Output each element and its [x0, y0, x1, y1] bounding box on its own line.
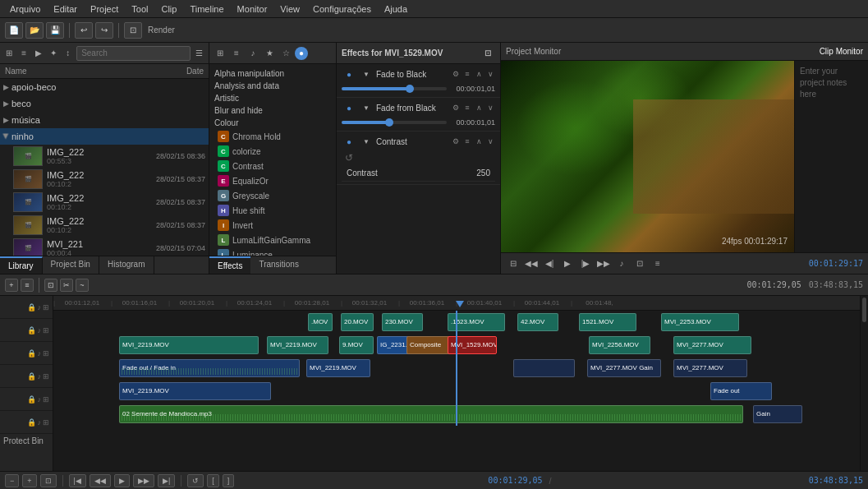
- menu-project[interactable]: Project: [84, 0, 125, 17]
- settings-icon[interactable]: ⚙: [451, 103, 461, 113]
- menu-ajuda[interactable]: Ajuda: [378, 0, 414, 17]
- slider-thumb[interactable]: [406, 85, 414, 93]
- open-button[interactable]: 📂: [25, 22, 44, 39]
- effect-item-invert[interactable]: I Invert: [214, 218, 331, 233]
- clip[interactable]: MVI_2219.MOV: [267, 336, 328, 354]
- list-item[interactable]: ▶ música: [0, 112, 209, 128]
- clip[interactable]: MVI_2219.MOV: [306, 359, 370, 377]
- play-btn[interactable]: ▶: [560, 256, 575, 271]
- contrast-enable[interactable]: ●: [342, 134, 356, 149]
- clip[interactable]: Gain: [753, 405, 802, 423]
- effects-list-btn[interactable]: ≡: [229, 46, 244, 61]
- clip[interactable]: Fade out / Fade in: [119, 359, 300, 377]
- list-item[interactable]: 🎬 IMG_222 00:10:2 28/02/15 08:37: [0, 191, 209, 214]
- settings-icon[interactable]: ⚙: [451, 136, 461, 146]
- list-icon[interactable]: ≡: [462, 103, 472, 113]
- search-input[interactable]: [76, 46, 191, 61]
- menu-configuracoes[interactable]: Configurações: [306, 0, 378, 17]
- add-track-btn[interactable]: +: [5, 279, 18, 292]
- lock-icon[interactable]: 🔒: [27, 349, 36, 358]
- mark-in-btn[interactable]: [: [207, 474, 219, 487]
- fade-from-black-slider[interactable]: 00:00:01,01: [342, 117, 495, 128]
- effect-item-hueshift[interactable]: H Hue shift: [214, 203, 331, 218]
- up-icon[interactable]: ∧: [474, 103, 484, 113]
- clip[interactable]: [513, 359, 575, 377]
- settings-icon[interactable]: ⚙: [451, 69, 461, 79]
- razor-btn[interactable]: ✂: [60, 279, 73, 292]
- effect-settings-expand[interactable]: ⊡: [480, 46, 495, 61]
- fade-to-black-enable[interactable]: ●: [342, 67, 356, 81]
- clip[interactable]: Fade out: [710, 382, 772, 400]
- filter-button[interactable]: ✦: [47, 46, 59, 61]
- effect-item-equalizor[interactable]: E EqualizOr: [214, 173, 331, 188]
- effects-filter-btn[interactable]: ●: [295, 47, 308, 60]
- effects-star2-btn[interactable]: ☆: [278, 46, 293, 61]
- clip[interactable]: MVI_2277.MOV: [673, 336, 751, 354]
- clip[interactable]: 1521.MOV: [579, 313, 636, 331]
- effect-item-greyscale[interactable]: G Greyscale: [214, 188, 331, 203]
- zoom-out-btn[interactable]: −: [5, 474, 19, 487]
- list-item[interactable]: 🎬 IMG_222 00:55:3 28/02/15 08:36: [0, 145, 209, 168]
- track-eye-icon[interactable]: ⊞: [43, 303, 49, 311]
- lock-icon[interactable]: 🔒: [27, 395, 36, 404]
- next-clip-btn[interactable]: ▶|: [158, 474, 175, 487]
- mute-icon[interactable]: ♪: [38, 349, 42, 358]
- list-icon[interactable]: ≡: [462, 136, 472, 146]
- step-fwd-btn[interactable]: |▶: [578, 256, 593, 271]
- expand-arrow[interactable]: ▼: [359, 134, 374, 149]
- zoom-out-btn[interactable]: ⊟: [506, 256, 521, 271]
- tab-project-bin[interactable]: Project Bin: [43, 256, 99, 274]
- fullscreen-btn[interactable]: ⊡: [632, 256, 647, 271]
- preview-button[interactable]: ▶: [33, 46, 45, 61]
- lock-icon[interactable]: 🔒: [27, 303, 36, 311]
- effects-star-btn[interactable]: ★: [262, 46, 277, 61]
- fade-to-black-slider[interactable]: 00:00:01,01: [342, 83, 495, 95]
- clip[interactable]: MVI_2219.MOV: [119, 336, 259, 354]
- lock-icon[interactable]: 🔒: [27, 418, 36, 427]
- down-icon[interactable]: ∨: [485, 136, 495, 146]
- menu-editar[interactable]: Editar: [47, 0, 84, 17]
- mute-icon[interactable]: ♪: [38, 372, 42, 381]
- effect-category-analysis[interactable]: Analysis and data: [214, 80, 331, 92]
- tab-clip-monitor[interactable]: Clip Monitor: [820, 47, 863, 56]
- fit-btn[interactable]: ⊡: [40, 474, 57, 487]
- effects-grid-btn[interactable]: ⊞: [213, 46, 227, 61]
- track-settings-btn[interactable]: ≡: [21, 279, 34, 292]
- clip[interactable]: MVI_2256.MOV: [589, 336, 650, 354]
- tracks-scrollbar[interactable]: [860, 296, 868, 471]
- ripple-btn[interactable]: ~: [76, 279, 89, 292]
- menu-tool[interactable]: Tool: [125, 0, 154, 17]
- clip[interactable]: MVI_2277.MOV: [673, 359, 747, 377]
- mark-out-btn[interactable]: ]: [223, 474, 235, 487]
- effect-category-blur[interactable]: Blur and hide: [214, 104, 331, 117]
- down-icon[interactable]: ∨: [485, 69, 495, 79]
- menu-view[interactable]: View: [273, 0, 306, 17]
- clip[interactable]: .MOV: [308, 313, 333, 331]
- capture-button[interactable]: ⊡: [124, 22, 142, 39]
- sort-button[interactable]: ↕: [62, 46, 74, 61]
- loop-btn[interactable]: ↺: [187, 474, 204, 487]
- prev-clip-btn[interactable]: |◀: [69, 474, 86, 487]
- effect-category-artistic[interactable]: Artistic: [214, 92, 331, 104]
- menu-button[interactable]: ☰: [193, 46, 205, 61]
- track-eye-icon[interactable]: ⊞: [43, 372, 49, 381]
- save-button[interactable]: 💾: [46, 22, 64, 39]
- list-item[interactable]: 🎬 MVI_221 00:00:4 28/02/15 07:04: [0, 237, 209, 256]
- expand-arrow[interactable]: ▼: [359, 67, 374, 81]
- effect-category-alpha[interactable]: Alpha manipulation: [214, 67, 331, 80]
- tab-effects[interactable]: Effects: [209, 256, 250, 274]
- view-list-button[interactable]: ≡: [18, 46, 30, 61]
- clip[interactable]: MVI_1529.MOV: [448, 336, 497, 354]
- lock-icon[interactable]: 🔒: [27, 326, 36, 334]
- clip[interactable]: MVI_2253.MOV: [661, 313, 739, 331]
- fade-from-black-enable[interactable]: ●: [342, 100, 356, 115]
- clip[interactable]: MVI_2277.MOV Gain: [587, 359, 661, 377]
- clip[interactable]: 20.MOV: [341, 313, 374, 331]
- scrollbar-thumb[interactable]: [862, 298, 866, 322]
- up-icon[interactable]: ∧: [474, 69, 484, 79]
- track-eye-icon[interactable]: ⊞: [43, 395, 49, 404]
- snap-btn[interactable]: ⊡: [44, 279, 57, 292]
- effect-item-lumalift[interactable]: L LumaLiftGainGamma: [214, 233, 331, 247]
- effect-category-colour[interactable]: Colour: [214, 117, 331, 129]
- undo-button[interactable]: ↩: [75, 22, 93, 39]
